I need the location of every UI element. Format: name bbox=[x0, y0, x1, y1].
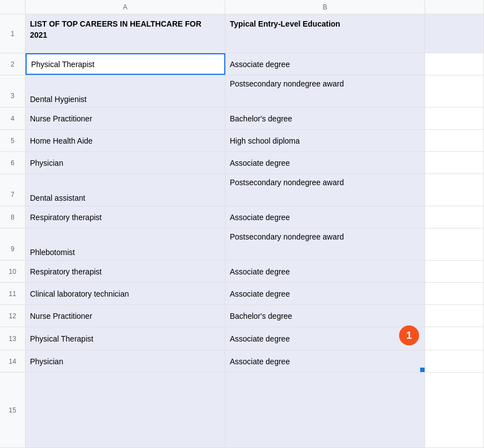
spreadsheet: A B 1 LIST OF TOP CAREERS IN HEALTHCARE … bbox=[0, 0, 484, 448]
cell-15-b[interactable] bbox=[225, 373, 425, 447]
cell-1-b-text: Typical Entry-Level Education bbox=[230, 19, 340, 30]
table-row: 13 Physical Therapist Associate degree 1 bbox=[0, 327, 484, 350]
cell-12-a[interactable]: Nurse Practitioner bbox=[26, 305, 225, 327]
cell-14-b[interactable]: Associate degree bbox=[225, 350, 425, 372]
row-number: 4 bbox=[0, 108, 26, 129]
cell-11-a-text: Clinical laboratory technician bbox=[30, 289, 129, 298]
row-number: 13 bbox=[0, 327, 26, 350]
cell-5-b-text: High school diploma bbox=[230, 136, 300, 145]
cell-6-a[interactable]: Physician bbox=[26, 152, 225, 174]
cell-11-b-text: Associate degree bbox=[230, 289, 290, 298]
cell-7-a-text: Dental assistant bbox=[30, 194, 85, 202]
cell-9-a[interactable]: Phlebotomist bbox=[26, 228, 225, 260]
table-row: 9 Phlebotomist Postsecondary nondegree a… bbox=[0, 228, 484, 261]
table-row: 4 Nurse Practitioner Bachelor's degree bbox=[0, 108, 484, 130]
cell-3-b[interactable]: Postsecondary nondegree award bbox=[225, 75, 425, 107]
row-number: 11 bbox=[0, 283, 26, 304]
table-row: 10 Respiratory therapist Associate degre… bbox=[0, 261, 484, 283]
cell-13-a-text: Physical Therapist bbox=[30, 334, 93, 343]
row-number: 2 bbox=[0, 53, 26, 75]
table-row: 1 LIST OF TOP CAREERS IN HEALTHCARE FOR … bbox=[0, 14, 484, 53]
cell-3-a[interactable]: Dental Hygienist bbox=[26, 75, 225, 107]
table-row: 7 Dental assistant Postsecondary nondegr… bbox=[0, 174, 484, 206]
cell-9-c bbox=[425, 228, 484, 260]
table-row: 12 Nurse Practitioner Bachelor's degree bbox=[0, 305, 484, 327]
cell-11-a[interactable]: Clinical laboratory technician bbox=[26, 283, 225, 304]
badge-1: 1 bbox=[399, 325, 419, 345]
cell-9-a-text: Phlebotomist bbox=[30, 248, 75, 257]
column-header-row: A B bbox=[0, 0, 484, 14]
cell-12-b-text: Bachelor's degree bbox=[230, 312, 292, 320]
cell-5-a[interactable]: Home Health Aide bbox=[26, 130, 225, 151]
cell-14-a-text: Physician bbox=[30, 357, 63, 366]
table-row: 6 Physician Associate degree bbox=[0, 152, 484, 174]
cell-13-b[interactable]: Associate degree 1 bbox=[225, 327, 425, 350]
cell-7-b-text: Postsecondary nondegree award bbox=[230, 177, 344, 189]
cell-5-b[interactable]: High school diploma bbox=[225, 130, 425, 151]
cell-1-a[interactable]: LIST OF TOP CAREERS IN HEALTHCARE FOR 20… bbox=[26, 14, 225, 53]
cell-4-a[interactable]: Nurse Practitioner bbox=[26, 108, 225, 129]
table-row: 8 Respiratory therapist Associate degree bbox=[0, 206, 484, 228]
col-b-header[interactable]: B bbox=[225, 0, 425, 14]
cell-9-b[interactable]: Postsecondary nondegree award bbox=[225, 228, 425, 260]
table-body: 1 LIST OF TOP CAREERS IN HEALTHCARE FOR … bbox=[0, 14, 484, 448]
row-number: 15 bbox=[0, 373, 26, 447]
cell-5-c bbox=[425, 130, 484, 151]
cell-12-a-text: Nurse Practitioner bbox=[30, 312, 92, 320]
cell-2-b[interactable]: Associate degree bbox=[225, 53, 425, 75]
cell-6-b-text: Associate degree bbox=[230, 159, 290, 167]
cell-10-c bbox=[425, 261, 484, 282]
selection-handle bbox=[420, 368, 425, 372]
cell-10-b[interactable]: Associate degree bbox=[225, 261, 425, 282]
cell-12-b[interactable]: Bachelor's degree bbox=[225, 305, 425, 327]
cell-6-b[interactable]: Associate degree bbox=[225, 152, 425, 174]
row-number: 7 bbox=[0, 174, 26, 206]
row-number: 3 bbox=[0, 75, 26, 107]
cell-14-a[interactable]: Physician bbox=[26, 350, 225, 372]
cell-1-c bbox=[425, 14, 484, 53]
row-number: 8 bbox=[0, 206, 26, 228]
cell-13-b-text: Associate degree bbox=[230, 334, 290, 343]
cell-6-c bbox=[425, 152, 484, 174]
cell-13-a[interactable]: Physical Therapist bbox=[26, 327, 225, 350]
cell-2-a[interactable]: Physical Therapist bbox=[26, 53, 225, 75]
table-row: 11 Clinical laboratory technician Associ… bbox=[0, 283, 484, 305]
cell-4-b[interactable]: Bachelor's degree bbox=[225, 108, 425, 129]
row-number: 14 bbox=[0, 350, 26, 372]
cell-4-b-text: Bachelor's degree bbox=[230, 114, 292, 123]
cell-10-a-text: Respiratory therapist bbox=[30, 267, 102, 276]
cell-7-c bbox=[425, 174, 484, 206]
row-number: 9 bbox=[0, 228, 26, 260]
cell-2-a-text: Physical Therapist bbox=[31, 60, 94, 69]
table-row: 5 Home Health Aide High school diploma bbox=[0, 130, 484, 152]
cell-9-b-text: Postsecondary nondegree award bbox=[230, 232, 344, 243]
table-row: 15 bbox=[0, 373, 484, 448]
row-number: 1 bbox=[0, 14, 26, 53]
cell-7-a[interactable]: Dental assistant bbox=[26, 174, 225, 206]
cell-4-c bbox=[425, 108, 484, 129]
row-number: 12 bbox=[0, 305, 26, 327]
cell-14-b-text: Associate degree bbox=[230, 357, 290, 366]
cell-13-c bbox=[425, 327, 484, 350]
cell-11-b[interactable]: Associate degree bbox=[225, 283, 425, 304]
cell-8-a[interactable]: Respiratory therapist bbox=[26, 206, 225, 228]
table-row: 3 Dental Hygienist Postsecondary nondegr… bbox=[0, 75, 484, 108]
col-a-header[interactable]: A bbox=[26, 0, 225, 14]
table-row: 2 Physical Therapist Associate degree bbox=[0, 53, 484, 75]
cell-15-a[interactable] bbox=[26, 373, 225, 447]
col-c-header bbox=[425, 0, 484, 14]
cell-3-b-text: Postsecondary nondegree award bbox=[230, 79, 344, 90]
cell-14-c bbox=[425, 350, 484, 372]
cell-2-c bbox=[425, 53, 484, 75]
cell-10-a[interactable]: Respiratory therapist bbox=[26, 261, 225, 282]
cell-7-b[interactable]: Postsecondary nondegree award bbox=[225, 174, 425, 206]
cell-6-a-text: Physician bbox=[30, 159, 63, 167]
row-num-header bbox=[0, 0, 26, 14]
row-number: 10 bbox=[0, 261, 26, 282]
cell-8-b[interactable]: Associate degree bbox=[225, 206, 425, 228]
cell-8-b-text: Associate degree bbox=[230, 213, 290, 222]
cell-1-a-text: LIST OF TOP CAREERS IN HEALTHCARE FOR 20… bbox=[30, 19, 220, 40]
cell-3-a-text: Dental Hygienist bbox=[30, 95, 87, 104]
cell-8-a-text: Respiratory therapist bbox=[30, 213, 102, 222]
cell-1-b[interactable]: Typical Entry-Level Education bbox=[225, 14, 425, 53]
